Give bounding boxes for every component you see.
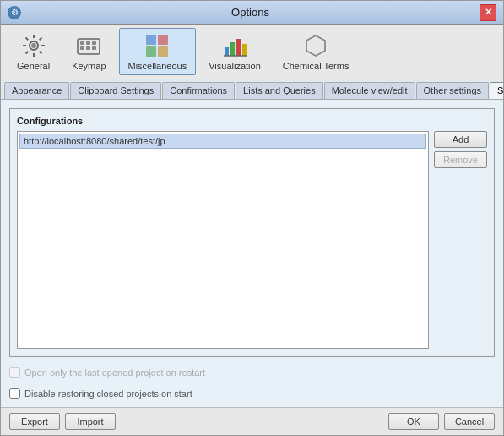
chemical-terms-label: Chemical Terms [283, 61, 350, 71]
tabs-bar: Appearance Clipboard Settings Confirmati… [1, 79, 503, 100]
import-button[interactable]: Import [65, 413, 116, 430]
svg-rect-4 [86, 41, 90, 45]
footer-left: Export Import [9, 413, 116, 430]
tab-molecule-view[interactable]: Molecule view/edit [324, 82, 415, 99]
disable-restore-checkbox[interactable] [9, 388, 20, 399]
svg-rect-13 [225, 47, 229, 56]
svg-marker-18 [306, 35, 325, 56]
config-list[interactable]: http://localhost:8080/shared/test/jp [17, 131, 429, 349]
miscellaneous-label: Miscellaneous [128, 61, 187, 71]
svg-rect-3 [80, 41, 84, 45]
ok-button[interactable]: OK [388, 413, 439, 430]
miscellaneous-icon [144, 32, 171, 59]
visualization-label: Visualization [209, 61, 261, 71]
config-buttons: Add Remove [434, 131, 487, 349]
config-list-area: http://localhost:8080/shared/test/jp [17, 131, 429, 349]
chemical-terms-icon [302, 32, 329, 59]
footer: Export Import OK Cancel [1, 407, 503, 435]
svg-point-1 [31, 43, 36, 48]
svg-rect-12 [158, 46, 168, 57]
open-last-checkbox[interactable] [9, 367, 20, 378]
config-body: http://localhost:8080/shared/test/jp Add… [17, 131, 487, 349]
open-last-label: Open only the last opened project on res… [24, 368, 205, 378]
tab-clipboard-settings[interactable]: Clipboard Settings [70, 82, 161, 99]
content-area: Configurations http://localhost:8080/sha… [1, 100, 503, 407]
svg-rect-15 [236, 39, 241, 56]
add-button[interactable]: Add [434, 131, 487, 148]
toolbar-item-chemical-terms[interactable]: Chemical Terms [274, 28, 359, 75]
disable-restore-label: Disable restoring closed projects on sta… [24, 389, 192, 399]
open-last-row: Open only the last opened project on res… [9, 367, 495, 378]
svg-rect-14 [230, 42, 235, 56]
title-bar: ⚙ Options ✕ [1, 1, 503, 25]
svg-rect-7 [86, 46, 90, 50]
footer-right: OK Cancel [388, 413, 495, 430]
svg-rect-9 [146, 35, 156, 45]
svg-rect-10 [158, 35, 168, 45]
visualization-icon [221, 32, 248, 59]
tab-confirmations[interactable]: Confirmations [162, 82, 235, 99]
tab-shared-projects[interactable]: Shared Projects [490, 82, 503, 99]
tab-appearance[interactable]: Appearance [4, 82, 69, 99]
toolbar-item-keymap[interactable]: Keymap [62, 28, 115, 75]
configurations-group: Configurations http://localhost:8080/sha… [9, 108, 495, 357]
svg-rect-8 [92, 46, 96, 50]
configurations-label: Configurations [17, 116, 487, 126]
svg-rect-5 [92, 41, 96, 45]
toolbar: General Keymap [1, 25, 503, 79]
keymap-label: Keymap [72, 61, 106, 71]
toolbar-item-visualization[interactable]: Visualization [199, 28, 270, 75]
export-button[interactable]: Export [9, 413, 60, 430]
toolbar-item-miscellaneous[interactable]: Miscellaneous [119, 28, 197, 75]
tab-lists-queries[interactable]: Lists and Queries [236, 82, 323, 99]
general-icon [20, 32, 47, 59]
close-button[interactable]: ✕ [480, 4, 496, 21]
options-window: ⚙ Options ✕ General [0, 0, 504, 436]
general-label: General [17, 61, 50, 71]
config-list-item[interactable]: http://localhost:8080/shared/test/jp [19, 134, 426, 149]
svg-rect-16 [242, 44, 247, 56]
disable-restore-row: Disable restoring closed projects on sta… [9, 388, 495, 399]
remove-button[interactable]: Remove [434, 151, 487, 168]
svg-rect-11 [146, 46, 156, 57]
window-icon: ⚙ [8, 6, 21, 19]
cancel-button[interactable]: Cancel [444, 413, 495, 430]
window-title: Options [21, 6, 480, 19]
keymap-icon [75, 32, 102, 59]
toolbar-item-general[interactable]: General [8, 28, 59, 75]
svg-rect-6 [80, 46, 84, 50]
tab-other-settings[interactable]: Other settings [416, 82, 489, 99]
